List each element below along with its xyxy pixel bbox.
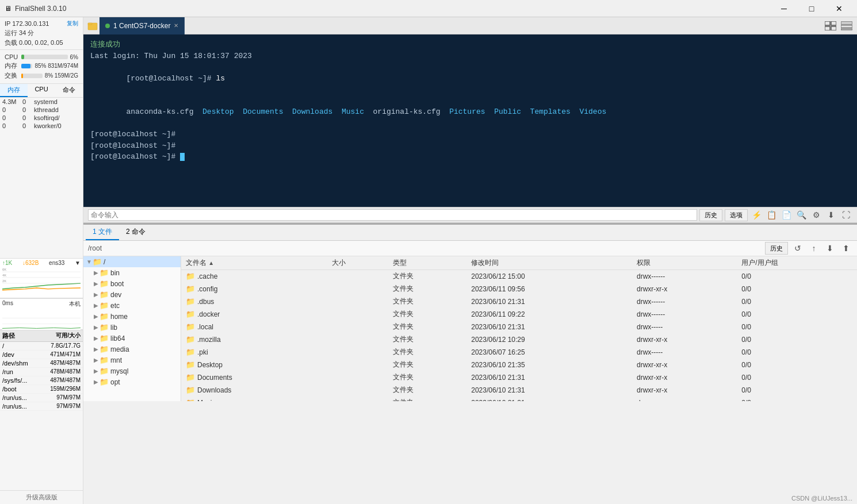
bottom-tab-bar: 1 文件 2 命令	[83, 225, 857, 241]
svg-rect-13	[831, 26, 836, 30]
file-owner: 0/0	[737, 283, 857, 295]
disk-row: /run/us...97M/97M	[0, 394, 83, 402]
right-panel: 1 CentOS7-docker ✕ 连接成功 Last l	[83, 17, 857, 504]
fullscreen-icon[interactable]: ⛶	[840, 209, 852, 221]
col-type[interactable]: 类型	[388, 256, 467, 270]
file-size	[327, 371, 388, 384]
folder-icon: 📁	[100, 279, 109, 288]
file-tree: ▼ 📁 / ▶ 📁 bin ▶ 📁 boot	[83, 256, 181, 401]
folder-icon: 📁	[100, 301, 109, 310]
file-name: .mozilla	[197, 336, 221, 344]
tree-item-mnt[interactable]: ▶ 📁 mnt	[83, 355, 181, 366]
folder-icon: 📁	[100, 356, 109, 364]
file-size	[327, 397, 388, 402]
col-owner[interactable]: 用户/用户组	[737, 256, 857, 270]
tab-close-icon[interactable]: ✕	[174, 22, 178, 29]
file-perm: drwxr-xr-x	[632, 359, 737, 371]
up-dir-icon[interactable]: ↑	[808, 242, 820, 255]
tree-item-opt[interactable]: ▶ 📁 opt	[83, 376, 181, 387]
col-mtime[interactable]: 修改时间	[466, 256, 632, 270]
tab-files[interactable]: 1 文件	[86, 225, 119, 240]
table-row[interactable]: 📁.local 文件夹 2023/06/10 21:31 drwx----- 0…	[181, 321, 857, 333]
copy-ip-button[interactable]: 复制	[67, 20, 78, 28]
minimize-button[interactable]: ─	[771, 0, 797, 17]
disk-col-avail: 可用/大小	[37, 332, 81, 340]
paste-icon[interactable]: 📄	[780, 209, 793, 221]
table-row[interactable]: 📁Documents 文件夹 2023/06/10 21:31 drwxr-xr…	[181, 371, 857, 384]
mem-label: 内存	[5, 61, 19, 70]
svg-rect-12	[825, 26, 830, 30]
maximize-button[interactable]: □	[798, 0, 825, 17]
file-mtime: 2023/06/11 09:22	[466, 308, 632, 321]
folder-icon: 📁	[100, 334, 109, 343]
table-row[interactable]: 📁.config 文件夹 2023/06/11 09:56 drwxr-xr-x…	[181, 283, 857, 295]
close-button[interactable]: ✕	[826, 0, 852, 17]
disk-row: /run478M/487M	[0, 368, 83, 376]
command-input[interactable]	[88, 209, 697, 221]
file-name: .config	[197, 285, 217, 293]
upload-file-icon[interactable]: ⬆	[840, 242, 852, 255]
tree-item-root[interactable]: ▼ 📁 /	[83, 256, 181, 267]
col-perm[interactable]: 权限	[632, 256, 737, 270]
tree-item-home[interactable]: ▶ 📁 home	[83, 311, 181, 322]
lightning-icon[interactable]: ⚡	[750, 209, 763, 221]
download-icon[interactable]: ⬇	[825, 209, 837, 221]
app-icon: 🖥	[5, 5, 12, 13]
tree-item-dev[interactable]: ▶ 📁 dev	[83, 289, 181, 300]
layout-icon[interactable]	[825, 21, 857, 30]
tree-expand-icon: ▶	[93, 357, 100, 363]
tab-cpu[interactable]: CPU	[28, 84, 55, 97]
file-perm: drwxr-xr-x	[632, 397, 737, 402]
tree-item-mysql[interactable]: ▶ 📁 mysql	[83, 366, 181, 376]
table-row[interactable]: 📁Music 文件夹 2023/06/10 21:31 drwxr-xr-x 0…	[181, 397, 857, 402]
session-tab[interactable]: 1 CentOS7-docker ✕	[100, 17, 185, 34]
table-row[interactable]: 📁Downloads 文件夹 2023/06/10 21:31 drwxr-xr…	[181, 384, 857, 397]
tree-item-lib64[interactable]: ▶ 📁 lib64	[83, 333, 181, 344]
tree-item-boot[interactable]: ▶ 📁 boot	[83, 278, 181, 289]
folder-icon	[87, 21, 98, 31]
tab-mem[interactable]: 内存	[0, 84, 28, 97]
table-row[interactable]: 📁Desktop 文件夹 2023/06/10 21:35 drwxr-xr-x…	[181, 359, 857, 371]
latency-stats-row: 0ms 本机	[2, 300, 81, 308]
col-name[interactable]: 文件名 ▲	[181, 256, 327, 270]
table-row[interactable]: 📁.docker 文件夹 2023/06/11 09:22 drwx------…	[181, 308, 857, 321]
sort-icon: ▲	[208, 260, 214, 266]
copy-icon[interactable]: 📋	[765, 209, 778, 221]
folder-icon-button[interactable]	[86, 19, 100, 33]
upgrade-button[interactable]: 升级高级版	[0, 490, 83, 504]
terminal[interactable]: 连接成功 Last login: Thu Jun 15 18:01:37 202…	[83, 34, 857, 207]
table-row[interactable]: 📁.cache 文件夹 2023/06/12 15:00 drwx------ …	[181, 270, 857, 283]
col-size[interactable]: 大小	[327, 256, 388, 270]
tree-item-media[interactable]: ▶ 📁 media	[83, 344, 181, 355]
tree-item-lib[interactable]: ▶ 📁 lib	[83, 322, 181, 333]
file-history-button[interactable]: 历史	[765, 242, 788, 255]
table-row[interactable]: 📁.dbus 文件夹 2023/06/10 21:31 drwx------ 0…	[181, 295, 857, 308]
file-manager: /root 历史 ↺ ↑ ⬇ ⬆ ▼ 📁	[83, 241, 857, 401]
refresh-icon[interactable]: ↺	[791, 242, 804, 255]
settings-icon[interactable]: ⚙	[810, 209, 822, 221]
terminal-line-6: [root@localhost ~]#	[90, 151, 850, 163]
main-layout: IP 172.30.0.131 复制 运行 34 分 负载 0.00, 0.02…	[0, 17, 857, 504]
svg-text:4K: 4K	[2, 274, 6, 277]
file-perm: drwxr-xr-x	[632, 333, 737, 346]
net-dropdown-icon[interactable]: ▼	[75, 260, 81, 266]
file-type: 文件夹	[388, 384, 467, 397]
table-row[interactable]: 📁.pki 文件夹 2023/06/07 16:25 drwx----- 0/0	[181, 346, 857, 359]
file-name: Downloads	[197, 386, 231, 394]
history-button[interactable]: 历史	[699, 209, 722, 221]
disk-row: /boot159M/296M	[0, 385, 83, 394]
search-icon[interactable]: 🔍	[795, 209, 808, 221]
current-path: /root	[88, 244, 102, 252]
download-file-icon[interactable]: ⬇	[824, 242, 836, 255]
file-owner: 0/0	[737, 359, 857, 371]
options-button[interactable]: 选项	[725, 209, 748, 221]
tree-item-bin[interactable]: ▶ 📁 bin	[83, 267, 181, 278]
svg-rect-15	[841, 25, 852, 28]
tab-cmd[interactable]: 命令	[55, 84, 83, 97]
tree-item-etc[interactable]: ▶ 📁 etc	[83, 300, 181, 311]
file-name: .cache	[197, 272, 217, 280]
mem-bar	[21, 64, 30, 68]
file-mtime: 2023/06/10 21:35	[466, 359, 632, 371]
tab-commands[interactable]: 2 命令	[119, 225, 152, 240]
table-row[interactable]: 📁.mozilla 文件夹 2023/06/12 10:29 drwxr-xr-…	[181, 333, 857, 346]
